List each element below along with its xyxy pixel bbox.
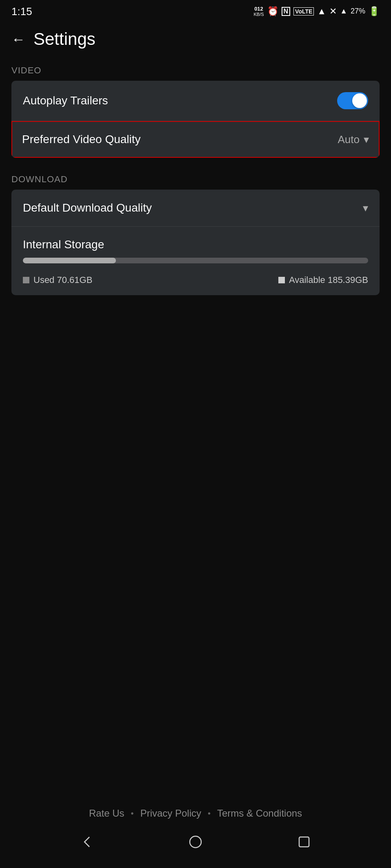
used-storage-label: Used 70.61GB	[33, 275, 92, 285]
autoplay-trailers-toggle[interactable]	[337, 92, 368, 109]
default-download-quality-row[interactable]: Default Download Quality ▾	[11, 190, 380, 226]
footer-dot-2: •	[208, 809, 211, 818]
autoplay-trailers-label: Autoplay Trailers	[23, 94, 108, 107]
storage-legend: Used 70.61GB Available 185.39GB	[11, 270, 380, 295]
storage-bar-track	[23, 258, 368, 263]
chevron-down-icon: ▾	[364, 133, 369, 146]
nav-bar	[0, 826, 391, 860]
used-storage-legend: Used 70.61GB	[23, 275, 92, 285]
nav-recents-button[interactable]	[296, 834, 312, 852]
status-bar: 1:15 012 KB/S ⏰ N VoLTE ▲ ✕ ▲ 27% 🔋	[0, 0, 391, 21]
privacy-policy-link[interactable]: Privacy Policy	[140, 808, 201, 819]
data-speed: 012 KB/S	[253, 6, 264, 17]
preferred-video-quality-row[interactable]: Preferred Video Quality Auto ▾	[11, 121, 380, 158]
default-download-quality-label: Default Download Quality	[23, 201, 152, 214]
signal-icon: ✕	[329, 6, 337, 17]
volte-icon: VoLTE	[293, 7, 314, 15]
status-icons: 012 KB/S ⏰ N VoLTE ▲ ✕ ▲ 27% 🔋	[253, 6, 380, 17]
video-section-label: VIDEO	[0, 59, 391, 81]
nfc-icon: N	[282, 7, 291, 16]
download-card: Default Download Quality ▾ Internal Stor…	[11, 190, 380, 295]
battery-icon: 🔋	[369, 6, 380, 17]
page-title: Settings	[33, 29, 96, 49]
svg-rect-1	[299, 837, 309, 847]
storage-bar-container	[11, 258, 380, 270]
footer: Rate Us • Privacy Policy • Terms & Condi…	[0, 808, 391, 819]
internal-storage-row: Internal Storage Used 70.61GB Available …	[11, 227, 380, 295]
svg-point-0	[190, 836, 201, 848]
toggle-knob	[352, 93, 367, 108]
video-card: Autoplay Trailers Preferred Video Qualit…	[11, 81, 380, 158]
back-button[interactable]: ←	[11, 31, 25, 47]
nav-home-button[interactable]	[187, 834, 204, 852]
signal-bars-icon: ▲	[340, 7, 347, 15]
preferred-video-quality-label: Preferred Video Quality	[22, 133, 141, 146]
available-dot-icon	[278, 277, 285, 283]
header: ← Settings	[0, 21, 391, 59]
internal-storage-label: Internal Storage	[11, 227, 380, 258]
used-dot-icon	[23, 277, 29, 283]
nav-back-button[interactable]	[79, 834, 95, 852]
chevron-down-icon-2: ▾	[363, 202, 368, 214]
alarm-icon: ⏰	[267, 6, 278, 17]
footer-dot-1: •	[131, 809, 134, 818]
available-storage-label: Available 185.39GB	[289, 275, 368, 285]
preferred-video-quality-value: Auto	[338, 133, 360, 146]
available-storage-legend: Available 185.39GB	[278, 275, 368, 285]
rate-us-link[interactable]: Rate Us	[89, 808, 124, 819]
autoplay-trailers-row[interactable]: Autoplay Trailers	[11, 81, 380, 121]
storage-bar-fill	[23, 258, 116, 263]
status-time: 1:15	[11, 5, 32, 18]
terms-conditions-link[interactable]: Terms & Conditions	[217, 808, 302, 819]
preferred-video-quality-value-group: Auto ▾	[338, 133, 369, 146]
battery-percent: 27%	[351, 7, 365, 15]
wifi-icon: ▲	[317, 6, 326, 17]
download-section-label: DOWNLOAD	[0, 168, 391, 190]
